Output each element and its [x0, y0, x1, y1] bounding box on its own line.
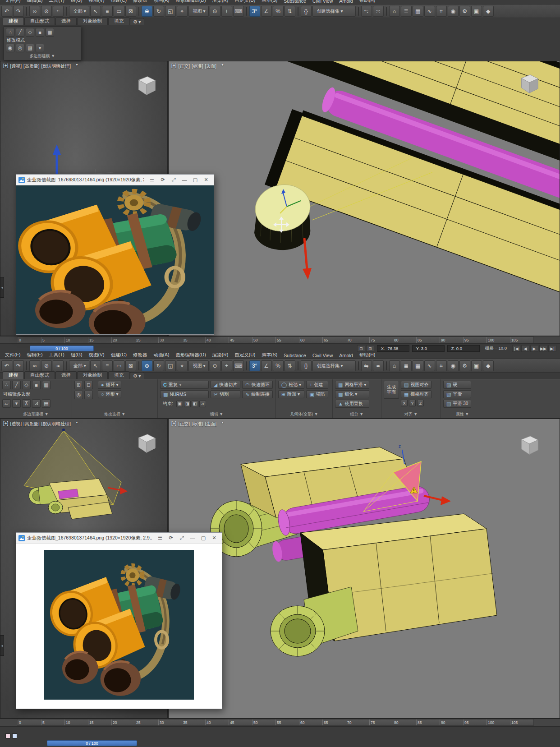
ribbon-tab-selection[interactable]: 选择	[55, 371, 77, 379]
viewport-style-label[interactable]: [高质量]	[23, 421, 40, 427]
timeline-tick[interactable]: 45	[229, 337, 252, 343]
menu-item[interactable]: 动画(A)	[151, 353, 173, 359]
layer-explorer-button[interactable]: ≣	[401, 6, 412, 17]
timeline-tick[interactable]: 5	[41, 719, 64, 725]
mesh-smooth-button[interactable]: ▦网格平滑 ▾	[335, 381, 369, 389]
timeline-tick[interactable]: 85	[416, 337, 440, 343]
view-cube[interactable]	[133, 72, 159, 98]
keyboard-shortcut-override-button[interactable]: ⌨	[233, 6, 244, 17]
timeline-tick[interactable]: 0	[18, 719, 41, 725]
curve-editor-button[interactable]: ∿	[424, 6, 435, 17]
schematic-view-button[interactable]: ⌗	[436, 6, 447, 17]
panel-footer[interactable]: 细分 ▼	[335, 410, 379, 418]
viewport-orthographic[interactable]: z [+] [正交] [标准] [边面] ▼	[168, 419, 560, 719]
timeline-tick[interactable]: 105	[510, 337, 533, 343]
collapse-stack-button[interactable]: ▾	[12, 399, 21, 408]
ribbon-tab-populate[interactable]: 填充	[108, 371, 129, 379]
timeline-tick[interactable]: 95	[463, 337, 487, 343]
percent-snap-button[interactable]: %	[273, 360, 284, 371]
timeline-tick[interactable]: 25	[135, 719, 158, 725]
use-pivot-center-button[interactable]: ⊙	[210, 6, 220, 17]
create-button[interactable]: +创建	[306, 381, 328, 389]
material-editor-button[interactable]: ◉	[448, 360, 459, 371]
menu-item[interactable]: 渲染(R)	[209, 0, 232, 4]
cut-button[interactable]: ✂切割	[211, 390, 240, 398]
axis-z-button[interactable]: Z	[417, 400, 424, 406]
menu-item[interactable]: 文件(F)	[2, 353, 23, 359]
ribbon-tab-modeling[interactable]: 建模	[3, 17, 24, 25]
go-to-start-button[interactable]: |◀	[512, 345, 520, 352]
viewport-menu-caret[interactable]: ▼	[221, 421, 224, 427]
redo-button[interactable]: ↷	[13, 6, 24, 17]
polygon-mode-button[interactable]: ■	[36, 28, 44, 37]
image-window-titlebar[interactable]: 企业微信截图_16769801371464.png (1920×1920像素, …	[16, 175, 214, 185]
smooth-edge-button[interactable]: ▧平滑	[443, 390, 471, 398]
selection-filter-dropdown[interactable]: 全部 ▾	[69, 6, 89, 17]
menu-item[interactable]: 帮助(H)	[356, 353, 379, 359]
timeline-tick[interactable]: 80	[393, 337, 416, 343]
edge-mode-button[interactable]: ╱	[16, 28, 24, 37]
nurms-toggle-button[interactable]: ▩NURMS	[160, 390, 209, 398]
timeline-tick[interactable]: 65	[322, 337, 346, 343]
viewport-layout-tab[interactable]: ◂	[0, 277, 4, 298]
constraint-face-button[interactable]: ◧	[192, 401, 198, 407]
menu-item[interactable]: Civil View	[309, 353, 336, 359]
menu-item[interactable]: 组(G)	[68, 353, 86, 359]
snaps-toggle-button[interactable]: 3°	[249, 360, 260, 371]
timeline-tick[interactable]: 45	[229, 719, 252, 725]
repeat-last-button[interactable]: C重复▾	[160, 381, 209, 389]
undo-button[interactable]: ↶	[1, 360, 12, 371]
timeline-tick[interactable]: 15	[88, 337, 111, 343]
image-window-titlebar[interactable]: 企业微信截图_16769801371464.png (1920×1920像素, …	[16, 533, 222, 544]
timeline-tick[interactable]: 20	[111, 337, 135, 343]
menu-item[interactable]: 帮助(H)	[356, 0, 379, 4]
viewport-menu-plus[interactable]: [+]	[3, 421, 8, 427]
view-cube[interactable]	[515, 432, 542, 458]
align-button[interactable]: ≍	[373, 6, 384, 17]
menu-item[interactable]: 创建(C)	[108, 0, 130, 4]
timeline-tick[interactable]: 0	[18, 337, 41, 343]
bind-to-space-warp-button[interactable]: ≈	[53, 360, 64, 371]
viewport-view-label[interactable]: [正交]	[178, 63, 190, 69]
mirror-button[interactable]: ⇋	[361, 360, 372, 371]
select-and-manipulate-button[interactable]: +	[221, 6, 232, 17]
scene-explorer-button[interactable]: ⌂	[389, 360, 400, 371]
constraint-none-button[interactable]: ▣	[176, 401, 183, 407]
timeline-tick[interactable]: 50	[252, 337, 275, 343]
image-viewer-window[interactable]: 企业微信截图_16769801371464.png (1920×1920像素, …	[16, 174, 214, 335]
menu-item[interactable]: 自定义(U)	[231, 0, 258, 4]
timeline-tick[interactable]: 40	[205, 337, 229, 343]
edit-named-selection-sets-button[interactable]: {}	[301, 6, 312, 17]
menu-item[interactable]: 视图(V)	[86, 0, 108, 4]
snaps-toggle-button[interactable]: 3°	[249, 6, 260, 17]
minimize-button[interactable]: —	[187, 534, 198, 543]
hard-edge-button[interactable]: ▨硬	[443, 381, 471, 389]
select-object-button[interactable]: ↖	[90, 6, 101, 17]
viewport-style-label[interactable]: [高质量]	[23, 63, 40, 69]
viewport-shading-label[interactable]: [边面]	[205, 63, 217, 69]
image-rotate-button[interactable]: ⟳	[165, 534, 176, 543]
track-bar[interactable]: 0510152025303540455055606570758085909510…	[0, 719, 560, 726]
align-button[interactable]: ≍	[373, 360, 384, 371]
shrink-selection-button[interactable]: ⊟	[84, 381, 93, 389]
play-button[interactable]: ▶	[530, 345, 538, 352]
coordinate-z-field[interactable]: Z: 0.0	[447, 345, 480, 352]
viewport-layout-tab[interactable]: ◂	[0, 635, 4, 656]
menu-item[interactable]: 图形编辑器(D)	[173, 0, 209, 4]
ribbon-tab-object-paint[interactable]: 对象绘制	[77, 371, 108, 379]
viewport-shading-label[interactable]: [默认明暗处理]	[41, 421, 71, 427]
menu-item[interactable]: 文件(F)	[2, 0, 23, 4]
viewport-shading-label[interactable]: [默认明暗处理]	[41, 63, 71, 69]
menu-item[interactable]: 编辑(E)	[23, 353, 46, 359]
select-by-name-button[interactable]: ≡	[102, 6, 113, 17]
loop-grow-button[interactable]: ◎	[74, 391, 83, 399]
ribbon-tab-freeform[interactable]: 自由形式	[24, 371, 55, 379]
axis-y-button[interactable]: Y	[409, 400, 416, 406]
select-and-link-button[interactable]: ∞	[29, 6, 40, 17]
preview-subobject-button[interactable]: ▱	[2, 399, 11, 408]
select-and-manipulate-button[interactable]: +	[221, 360, 232, 371]
redo-button[interactable]: ↷	[13, 360, 24, 371]
viewport-shading-label[interactable]: [边面]	[205, 421, 217, 427]
timeline-tick[interactable]: 95	[463, 719, 487, 725]
selection-region-button[interactable]: ▭	[114, 6, 124, 17]
